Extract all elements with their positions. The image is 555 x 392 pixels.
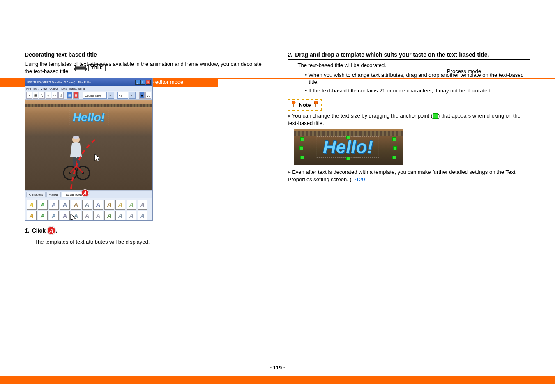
window-controls: _□× [135, 80, 151, 85]
marker-a-icon: A [47, 226, 55, 235]
divider [25, 236, 267, 236]
step-2-bullet: When you wish to change text attributes,… [305, 71, 531, 86]
close-icon: × [146, 80, 151, 85]
hello-preview: Hello! [294, 129, 403, 165]
step-2-title: Drag and drop a template which suits you… [295, 51, 489, 58]
tool-pointer: ↖ [26, 92, 32, 99]
tool-rrect: ◎ [58, 92, 64, 99]
canvas: Hello! [25, 100, 152, 190]
tool-text: A [145, 92, 151, 99]
svg-rect-29 [73, 157, 76, 167]
title-editor-screenshot: UNTITLED (MPEG Duration: 3.0 sec.) - Tit… [25, 78, 153, 221]
menubar: File Edit View Object Tools Background [25, 86, 152, 91]
cursor-icon [70, 213, 77, 221]
marker-a-icon: A [81, 189, 89, 197]
tool-line: ╲ [39, 92, 45, 99]
svg-rect-37 [293, 104, 294, 107]
intro-text: Using the templates of text attributes a… [25, 60, 267, 75]
step-1-body: The templates of text attributes will be… [35, 238, 267, 246]
pushpin-icon [291, 101, 297, 109]
photo-child-on-bike [60, 133, 92, 183]
footer-bar [0, 376, 555, 384]
note-item: Even after text is decorated with a temp… [288, 168, 531, 183]
preview-title-text: Hello! [317, 136, 379, 158]
maximize-icon: □ [140, 80, 145, 85]
tool-color1: ▦ [67, 92, 73, 99]
tool-fill: ■ [139, 92, 145, 99]
tab-frames: Frames [46, 192, 61, 197]
tool-oval: ○ [46, 92, 51, 99]
anchor-point-icon [433, 113, 438, 119]
tool-image: ▦ [33, 92, 39, 99]
step-1-number: 1. [25, 227, 30, 234]
tool-color2: ▦ [73, 92, 79, 99]
svg-point-36 [292, 101, 295, 104]
note-item: You can change the text size by dragging… [288, 112, 531, 127]
divider [288, 59, 531, 60]
text-attribute-templates: A A A A A A A A A A A A A A A A A [25, 198, 152, 221]
tool-rect: ▭ [52, 92, 58, 99]
bottom-tabs: Animations Frames Text Attributes A [25, 190, 152, 198]
step-2-line: The text-based title will be decorated. [298, 62, 531, 69]
canvas-title-text: Hello! [69, 110, 108, 125]
pushpin-icon [313, 101, 319, 109]
toolbar: ↖ ▦ ╲ ○ ▭ ◎ ▦ ▦ Courier New ▾ 48 ▾ ■ [25, 91, 152, 100]
svg-rect-28 [73, 136, 79, 139]
note-heading: Note [288, 99, 322, 111]
page-link[interactable]: 120 [356, 176, 365, 182]
tab-animations: Animations [26, 192, 46, 197]
section-heading: Decorating text-based title [25, 51, 267, 58]
svg-rect-39 [315, 104, 316, 107]
svg-point-38 [314, 101, 318, 104]
page-number: - 119 - [270, 364, 286, 371]
link-arrow-icon: ⇨ [352, 176, 356, 182]
step-1-title: Click A. [32, 226, 57, 235]
minimize-icon: _ [135, 80, 140, 85]
step-2-number: 2. [288, 51, 293, 58]
cursor-icon [94, 153, 101, 162]
font-select: Courier New [83, 92, 107, 99]
step-2-bullet: If the text-based title contains 21 or m… [305, 87, 531, 95]
size-select: 48 [117, 92, 128, 99]
window-title: UNTITLED (MPEG Duration: 3.0 sec.) - Tit… [27, 81, 92, 84]
